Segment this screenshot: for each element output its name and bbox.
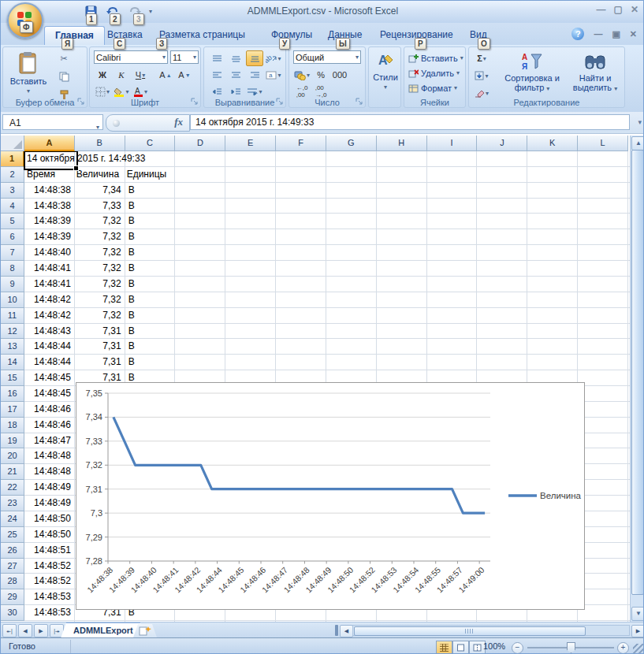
column-header-j[interactable]: J (477, 136, 527, 151)
merge-center-button[interactable]: a▾ (265, 67, 282, 83)
tab-home[interactable]: Главная (44, 26, 105, 46)
decrease-indent-button[interactable] (208, 84, 225, 99)
row-header-10[interactable]: 10 (1, 292, 24, 308)
table-row[interactable]: 414:48:387,33В (1, 199, 630, 214)
format-cells-button[interactable]: Формат▾ (408, 80, 463, 95)
font-name-combo[interactable]: Calibri▾ (94, 50, 168, 64)
delete-cells-button[interactable]: Удалить▾ (408, 65, 463, 80)
row-header-20[interactable]: 20 (1, 448, 24, 464)
row-header-16[interactable]: 16 (1, 386, 24, 402)
minimize-button[interactable]: — (597, 4, 606, 15)
font-dialog-launcher[interactable] (191, 98, 199, 106)
row-header-19[interactable]: 19 (1, 433, 24, 449)
column-header-h[interactable]: H (377, 136, 427, 151)
row-header-26[interactable]: 26 (1, 543, 24, 559)
row-header-23[interactable]: 23 (1, 496, 24, 511)
alignment-dialog-launcher[interactable] (276, 98, 284, 106)
align-middle-button[interactable] (227, 50, 244, 66)
table-row[interactable]: 1414:48:447,31В (1, 355, 630, 370)
shrink-font-button[interactable]: А▼ (176, 67, 193, 83)
table-row[interactable]: 914:48:417,32В (1, 277, 630, 292)
sort-filter-button[interactable]: АЯ Сортировка и фильтр ▾ (499, 51, 565, 94)
table-row[interactable]: 614:48:397,32В (1, 229, 630, 245)
font-color-button[interactable]: А▾ (132, 84, 149, 99)
row-header-28[interactable]: 28 (1, 574, 24, 589)
row-header-7[interactable]: 7 (1, 245, 24, 261)
row-header-17[interactable]: 17 (1, 402, 24, 418)
align-top-button[interactable] (208, 50, 225, 66)
scroll-up-icon[interactable]: ▲ (631, 136, 644, 150)
row-header-27[interactable]: 27 (1, 559, 24, 574)
ribbon-restore-button[interactable]: ▣ (612, 29, 620, 39)
comma-style-button[interactable]: 000 (331, 67, 348, 83)
paste-button[interactable]: Вставить▾ (8, 51, 49, 95)
row-header-24[interactable]: 24 (1, 511, 24, 527)
row-header-25[interactable]: 25 (1, 527, 24, 543)
row-header-2[interactable]: 2 (1, 167, 24, 183)
zoom-slider-thumb[interactable] (567, 642, 575, 653)
row-header-29[interactable]: 29 (1, 589, 24, 605)
increase-decimal-button[interactable]: ←,0,00 (293, 84, 311, 99)
formula-input[interactable]: 14 октября 2015 г. 14:49:33 (190, 114, 630, 130)
scroll-down-icon[interactable]: ▼ (631, 607, 644, 621)
name-box[interactable]: A1▾ (2, 114, 103, 130)
office-button[interactable] (7, 2, 43, 39)
copy-button[interactable] (55, 69, 73, 84)
column-header-a[interactable]: A (24, 136, 75, 151)
row-header-8[interactable]: 8 (1, 261, 24, 277)
row-header-15[interactable]: 15 (1, 370, 24, 386)
table-row[interactable]: 2ВремяВеличинаЕдиницы (1, 167, 630, 183)
qat-customize-icon[interactable]: ▾ (149, 8, 152, 15)
column-header-k[interactable]: K (527, 136, 578, 151)
number-dialog-launcher[interactable] (356, 98, 363, 106)
row-header-18[interactable]: 18 (1, 418, 24, 433)
table-row[interactable]: 1114:48:427,32В (1, 308, 630, 324)
clipboard-dialog-launcher[interactable] (77, 98, 85, 106)
table-row[interactable]: 814:48:417,32В (1, 261, 630, 277)
sheet-tab-admmlexport[interactable]: ADMMLExport (61, 622, 146, 638)
vertical-scrollbar[interactable]: ▲ ▼ (630, 136, 644, 622)
italic-button[interactable]: К (113, 67, 130, 83)
formula-bar-expand-icon[interactable]: ▾ (638, 118, 642, 126)
selection-border[interactable] (24, 151, 78, 170)
zoom-in-button[interactable]: + (617, 642, 629, 654)
fill-handle[interactable] (73, 165, 79, 171)
column-header-d[interactable]: D (175, 136, 225, 151)
resize-grip[interactable] (633, 644, 643, 654)
table-row[interactable]: 1314:48:447,31В (1, 339, 630, 355)
maximize-button[interactable]: ▢ (614, 4, 623, 15)
borders-button[interactable]: ▾ (94, 84, 111, 99)
increase-indent-button[interactable] (227, 84, 244, 99)
name-box-dropdown-icon[interactable]: ▾ (96, 120, 99, 136)
first-sheet-button[interactable]: ⯬| (2, 624, 17, 637)
view-page-layout-button[interactable] (452, 641, 469, 654)
embedded-chart[interactable]: 7,357,347,337,327,317,37,297,2814:48:381… (76, 382, 585, 610)
autosum-button[interactable]: Σ▾ (473, 50, 490, 66)
row-header-11[interactable]: 11 (1, 308, 24, 324)
align-right-button[interactable] (246, 67, 263, 83)
hscroll-left-icon[interactable]: ◀ (340, 625, 353, 637)
horizontal-scrollbar[interactable] (352, 625, 630, 636)
zoom-level[interactable]: 100% (483, 641, 505, 651)
table-row[interactable]: 114 октября 2015 г. 14:49:33 (1, 151, 630, 167)
ribbon-close-button[interactable]: ✕ (630, 29, 637, 39)
align-center-button[interactable] (227, 67, 244, 83)
next-sheet-button[interactable]: ▶ (34, 624, 48, 637)
prev-sheet-button[interactable]: ◀ (18, 624, 32, 637)
row-header-3[interactable]: 3 (1, 183, 24, 199)
table-row[interactable]: 314:48:387,34В (1, 183, 630, 199)
view-normal-button[interactable] (436, 641, 452, 654)
percent-style-button[interactable]: % (312, 67, 329, 83)
bold-button[interactable]: Ж (94, 67, 111, 83)
row-header-13[interactable]: 13 (1, 339, 24, 355)
column-header-g[interactable]: G (326, 136, 377, 151)
column-header-b[interactable]: B (75, 136, 125, 151)
row-header-12[interactable]: 12 (1, 324, 24, 340)
insert-function-zone[interactable]: fx (106, 114, 190, 132)
row-header-5[interactable]: 5 (1, 214, 24, 229)
font-size-combo[interactable]: 11▾ (170, 50, 199, 64)
align-left-button[interactable] (208, 67, 225, 83)
table-row[interactable]: 714:48:407,32В (1, 245, 630, 261)
underline-button[interactable]: Ч▾ (132, 67, 149, 83)
decrease-decimal-button[interactable]: ,00→,0 (312, 84, 329, 99)
